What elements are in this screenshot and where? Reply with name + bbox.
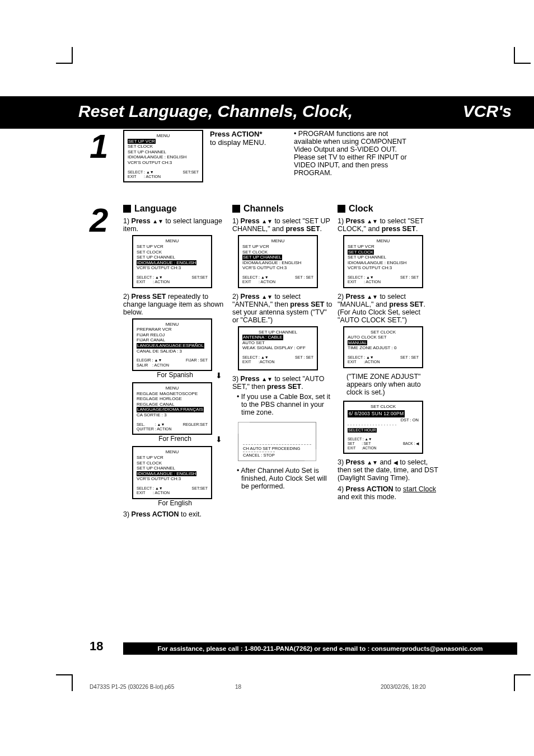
print-date: 2003/02/26, 18:20 <box>381 684 426 690</box>
t: 1) <box>232 217 241 225</box>
label: Channels <box>243 204 284 214</box>
label-spanish: For Spanish <box>123 371 227 379</box>
t: 3) <box>232 375 241 383</box>
page-title-bar: Reset Language, Channels, Clock, VCR's <box>0 96 534 129</box>
label: Press ACTION* <box>210 130 262 138</box>
osd-tv-screen: CH AUTO SET PROCEEDING CANCEL : STOP <box>238 422 316 461</box>
t: to exit. <box>179 510 202 518</box>
step-2: 2 Language 1) Press ▲▼ to select languag… <box>90 204 517 520</box>
step-1-instruction: Press ACTION* to display MENU. <box>210 130 283 187</box>
t: CH AUTO SET PROCEEDING <box>243 444 311 452</box>
print-filename: D4733S P1-25 (030226 B-lot).p65 <box>90 684 235 690</box>
step-1-note: • PROGRAM functions are not available wh… <box>294 130 417 187</box>
t: 1) <box>338 217 346 225</box>
note: ("TIME ZONE ADJUST" appears only when au… <box>338 373 438 396</box>
t: 4) <box>338 485 346 493</box>
crop-mark <box>514 674 531 675</box>
section-heading: Clock <box>338 204 438 214</box>
t: SELECT : ▲▼ SET : SET EXIT :ACTION <box>348 437 377 450</box>
up-down-icon: ▲▼ <box>367 459 378 466</box>
up-down-icon: ▲▼ <box>367 294 378 300</box>
osd-menu: MENUPREPARAR VCRFIJAR RELOJFIJAR CANALLA… <box>132 318 212 371</box>
crop-mark <box>56 674 73 675</box>
crop-mark <box>56 63 73 64</box>
clock-column: Clock 1) Press ▲▼ to select "SET CLOCK,"… <box>338 204 438 520</box>
t: . <box>301 383 303 391</box>
t: Press <box>241 217 262 225</box>
language-column: Language 1) Press ▲▼ to select language … <box>123 204 227 520</box>
t: After Channel Auto Set is finished, Auto… <box>241 467 327 490</box>
step-number: 2 <box>90 204 123 520</box>
t: 2) <box>123 293 132 300</box>
t: start Clock <box>403 485 436 493</box>
channels-column: Channels 1) Press ▲▼ to select "SET UP C… <box>232 204 333 520</box>
t: 3) <box>123 510 132 518</box>
t: 2) <box>232 293 241 300</box>
page-title-right: VCR's <box>463 102 512 121</box>
left-icon: ◀ <box>394 459 398 466</box>
t: DST : ON <box>348 417 419 422</box>
label: Language <box>134 204 177 214</box>
print-info: D4733S P1-25 (030226 B-lot).p65 18 2003/… <box>90 684 512 690</box>
t: press SET <box>290 300 324 308</box>
step-number: 1 <box>90 130 123 187</box>
osd-menu: MENUSET UP VCRSET CLOCKSET UP CHANNELIDI… <box>123 130 203 182</box>
t: press SET <box>389 300 423 308</box>
t: If you use a Cable Box, set it to the PB… <box>241 393 330 416</box>
t: to <box>394 485 403 493</box>
t: 1) <box>123 217 132 225</box>
t: 2) <box>338 293 346 300</box>
label: Clock <box>349 204 373 214</box>
osd-menu: SET UP CHANNELANTENNA : CABLEAUTO SETWEA… <box>238 326 318 370</box>
t: press SET <box>285 225 320 233</box>
t: Press ACTION <box>346 485 394 493</box>
section-heading: Language <box>123 204 227 214</box>
t: 3) <box>338 458 346 466</box>
t: Press <box>346 293 367 300</box>
page-number: 18 <box>90 639 103 654</box>
osd-menu: SET CLOCKAUTO CLOCK SETMANUALTIME ZONE A… <box>343 326 423 368</box>
t: Press SET <box>132 293 166 300</box>
up-down-icon: ▲▼ <box>152 218 163 224</box>
up-down-icon: ▲▼ <box>261 294 273 300</box>
assistance-bar: For assistance, please call : 1-800-211-… <box>123 642 517 655</box>
t: CANCEL : STOP <box>243 452 275 458</box>
crop-mark <box>514 63 531 64</box>
osd-menu: MENUSET UP VCRSET CLOCKSET UP CHANNELIDI… <box>132 446 212 499</box>
t: BACK : ◀ <box>403 442 419 446</box>
label-english: For English <box>123 499 227 507</box>
t: . <box>320 225 322 233</box>
t: SELECT HOUR <box>348 428 377 433</box>
osd-menu: MENUREGLAGE MAGNETOSCOPEREGLAGE HORLOGER… <box>132 382 212 435</box>
t: Press <box>241 293 262 300</box>
osd-menu: MENUSET UP VCRSET CLOCKSET UP CHANNELIDI… <box>238 235 318 288</box>
t: and <box>378 458 394 466</box>
t: press SET <box>267 383 301 391</box>
osd-menu: MENUSET UP VCRSET CLOCKSET UP CHANNELIDI… <box>343 235 423 288</box>
osd-menu: MENUSET UP VCRSET CLOCKSET UP CHANNELIDI… <box>132 235 212 288</box>
t: Press <box>346 217 367 225</box>
label: to display MENU. <box>210 138 266 147</box>
t: Press <box>241 375 262 383</box>
step-1: 1 MENUSET UP VCRSET CLOCKSET UP CHANNELI… <box>90 130 517 187</box>
up-down-icon: ▲▼ <box>261 218 273 224</box>
t: . <box>416 225 418 233</box>
osd-clock-set: SET CLOCK 6/ 8/2003 SUN 12:00PM DST : ON… <box>343 401 423 454</box>
up-down-icon: ▲▼ <box>261 376 273 382</box>
t: press SET <box>382 225 416 233</box>
label-french: For French <box>123 435 227 443</box>
page-title: Reset Language, Channels, Clock, <box>78 102 353 121</box>
text: PROGRAM functions are not available when… <box>294 130 407 177</box>
t: Press <box>132 217 153 225</box>
section-heading: Channels <box>232 204 333 214</box>
t: SET CLOCK <box>348 404 419 410</box>
print-page: 18 <box>235 684 381 690</box>
up-down-icon: ▲▼ <box>367 218 378 224</box>
t: and exit this mode. <box>338 493 396 501</box>
t: 6/ 8/2003 SUN 12:00PM <box>348 410 405 417</box>
t: Press <box>346 458 367 466</box>
t: Press ACTION <box>132 510 179 518</box>
